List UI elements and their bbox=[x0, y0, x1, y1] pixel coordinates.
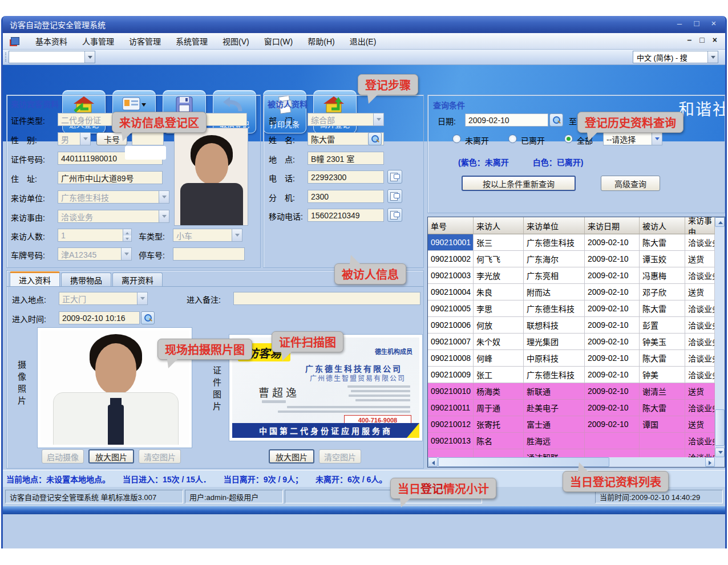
sms-icon[interactable] bbox=[387, 170, 402, 184]
reason-select[interactable]: 洽谈业务 bbox=[58, 210, 169, 223]
radio-left[interactable] bbox=[508, 135, 517, 143]
column-header[interactable]: 被访人 bbox=[640, 217, 685, 234]
table-cell[interactable]: 富士通 bbox=[524, 416, 585, 433]
sms-icon[interactable] bbox=[387, 208, 402, 222]
plate-select[interactable]: 津A12345 bbox=[58, 247, 132, 261]
mdi-minimize-icon[interactable]: – bbox=[687, 35, 692, 44]
table-cell[interactable]: 广东亮相 bbox=[524, 267, 585, 284]
table-cell[interactable]: 2009-02-10 bbox=[585, 267, 640, 284]
table-cell[interactable]: 2009-02-10 bbox=[585, 383, 640, 400]
table-cell[interactable]: 洽谈业务 bbox=[685, 367, 715, 383]
start-camera-button[interactable]: 启动摄像 bbox=[42, 449, 84, 464]
table-cell[interactable]: 中原科技 bbox=[524, 350, 585, 367]
table-cell[interactable]: 洽谈业务 bbox=[685, 350, 715, 367]
table-cell[interactable]: 赴美电子 bbox=[524, 400, 585, 416]
table-cell[interactable]: 090210013 bbox=[428, 433, 474, 449]
table-cell[interactable]: 陈大雷 bbox=[640, 350, 685, 367]
scroll-right-icon[interactable] bbox=[705, 457, 715, 467]
menu-item-view[interactable]: 视图(V) bbox=[223, 35, 249, 47]
chevron-down-icon[interactable] bbox=[159, 191, 169, 203]
sms-icon[interactable] bbox=[387, 189, 402, 203]
table-cell[interactable]: 钟美玉 bbox=[640, 334, 685, 350]
table-row[interactable]: 通达智联洽谈业务 bbox=[428, 449, 715, 457]
scroll-down-icon[interactable] bbox=[715, 448, 725, 457]
column-header[interactable]: 来访单位 bbox=[524, 217, 585, 234]
table-cell[interactable] bbox=[585, 449, 640, 457]
table-cell[interactable]: 何放 bbox=[474, 317, 524, 334]
table-cell[interactable]: 2009-02-10 bbox=[585, 334, 640, 350]
chevron-down-icon[interactable] bbox=[652, 133, 662, 145]
menu-item-help[interactable]: 帮助(H) bbox=[308, 35, 334, 47]
table-cell[interactable]: 谢清兰 bbox=[640, 383, 685, 400]
entry-place-select[interactable]: 正大门 bbox=[59, 292, 148, 305]
table-row[interactable]: 090210011周于通赴美电子2009-02-10陈大雷洽谈业务 bbox=[428, 400, 715, 416]
table-cell[interactable]: 2009-02-10 bbox=[585, 251, 640, 267]
table-cell[interactable]: 广东德生科技 bbox=[524, 367, 585, 383]
column-header[interactable]: 来访人 bbox=[474, 217, 524, 234]
table-cell[interactable]: 冯惠梅 bbox=[640, 267, 685, 284]
clear-photo-button[interactable]: 清空图片 bbox=[139, 449, 181, 464]
chevron-down-icon[interactable] bbox=[80, 133, 90, 145]
table-row[interactable]: 090210009张工广东德生科技2009-02-10钟美洽谈业务 bbox=[428, 367, 715, 383]
filter-select[interactable]: --请选择 bbox=[603, 132, 662, 145]
table-cell[interactable]: 钟美 bbox=[640, 367, 685, 383]
table-cell[interactable]: 邓子欣 bbox=[640, 284, 685, 300]
table-cell[interactable]: 洽谈业务 bbox=[685, 234, 715, 251]
table-cell[interactable]: 090210012 bbox=[428, 416, 474, 433]
table-cell[interactable]: 090210006 bbox=[428, 317, 474, 334]
company-select[interactable]: 广东德生科技 bbox=[58, 190, 169, 204]
zoom-card-button[interactable]: 放大图片 bbox=[269, 449, 314, 464]
table-cell[interactable]: 彭置 bbox=[640, 317, 685, 334]
minimize-icon[interactable]: – bbox=[674, 18, 685, 28]
table-row[interactable]: 090210008何峰中原科技2009-02-10陈大雷洽谈业务 bbox=[428, 350, 715, 367]
card-number-input[interactable] bbox=[132, 132, 164, 145]
location-input[interactable]: B幢 2301 室 bbox=[308, 152, 384, 165]
table-cell[interactable]: 洽谈业务 bbox=[685, 400, 715, 416]
chevron-down-icon[interactable] bbox=[232, 229, 242, 241]
table-cell[interactable]: 090210010 bbox=[428, 383, 474, 400]
table-cell[interactable]: 张工 bbox=[474, 367, 524, 383]
radio-not-left[interactable] bbox=[452, 135, 461, 143]
phone-input[interactable]: 22992300 bbox=[308, 170, 384, 184]
menu-item-window[interactable]: 窗口(W) bbox=[264, 35, 293, 47]
zoom-photo-button[interactable]: 放大图片 bbox=[88, 449, 134, 464]
car-type-select[interactable]: 小车 bbox=[173, 229, 242, 242]
column-header[interactable]: 来访日期 bbox=[585, 217, 640, 234]
table-cell[interactable]: 洽谈业务 bbox=[685, 449, 715, 457]
count-stepper[interactable]: 1 bbox=[58, 229, 132, 242]
search-icon[interactable] bbox=[368, 132, 382, 145]
table-cell[interactable]: 送货 bbox=[685, 251, 715, 267]
tab-leave-info[interactable]: 离开资料 bbox=[112, 273, 163, 286]
table-cell[interactable]: 何峰 bbox=[474, 350, 524, 367]
scroll-left-icon[interactable] bbox=[428, 457, 438, 467]
table-cell[interactable]: 陈大雷 bbox=[640, 400, 685, 416]
table-cell[interactable]: 090210001 bbox=[428, 234, 474, 251]
dept-select[interactable]: 综合部 bbox=[308, 113, 384, 126]
table-row[interactable]: 090210012张寄托富士通2009-02-10谭国送货 bbox=[428, 416, 715, 433]
table-cell[interactable]: 洽谈业务 bbox=[685, 433, 715, 449]
table-cell[interactable]: 090210007 bbox=[428, 334, 474, 350]
menu-item-hr[interactable]: 人事管理 bbox=[82, 35, 114, 47]
table-row[interactable]: 090210006何放联想科技2009-02-10彭置洽谈业务 bbox=[428, 317, 715, 334]
entry-remark-input[interactable] bbox=[233, 292, 420, 305]
table-cell[interactable]: 何飞飞 bbox=[474, 251, 524, 267]
toolbar-grip[interactable] bbox=[5, 52, 7, 62]
table-cell[interactable]: 090210005 bbox=[428, 300, 474, 317]
table-cell[interactable]: 送货 bbox=[685, 416, 715, 433]
table-cell[interactable]: 洽谈业务 bbox=[685, 334, 715, 350]
table-cell[interactable]: 广东海尔 bbox=[524, 251, 585, 267]
table-cell[interactable] bbox=[585, 433, 640, 449]
horizontal-scrollbar[interactable] bbox=[428, 457, 715, 467]
table-cell[interactable]: 广东德生科技 bbox=[524, 300, 585, 317]
column-header[interactable]: 单号 bbox=[428, 217, 474, 234]
tab-entry-info[interactable]: 进入资料 bbox=[10, 271, 60, 286]
advanced-query-button[interactable]: 高级查询 bbox=[601, 176, 660, 191]
table-row[interactable]: 090210003李光放广东亮相2009-02-10冯惠梅洽谈业务 bbox=[428, 267, 715, 284]
table-cell[interactable]: 李思 bbox=[474, 300, 524, 317]
table-cell[interactable]: 2009-02-10 bbox=[585, 400, 640, 416]
spinner-arrows-icon[interactable] bbox=[123, 229, 131, 241]
table-row[interactable]: 090210001张三广东德生科技2009-02-10陈大雷洽谈业务 bbox=[428, 234, 715, 251]
table-cell[interactable]: 090210008 bbox=[428, 350, 474, 367]
table-cell[interactable]: 胜海远 bbox=[524, 433, 585, 449]
table-cell[interactable]: 2009-02-10 bbox=[585, 234, 640, 251]
